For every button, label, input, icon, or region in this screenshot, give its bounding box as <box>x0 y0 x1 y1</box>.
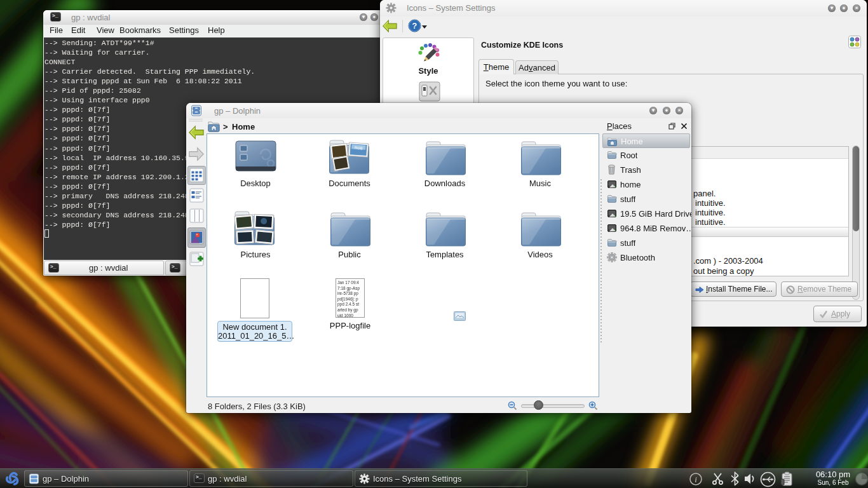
svg-text:RGB: RGB <box>355 146 363 151</box>
svg-text:i: i <box>695 475 697 484</box>
svg-text:?: ? <box>412 21 417 30</box>
